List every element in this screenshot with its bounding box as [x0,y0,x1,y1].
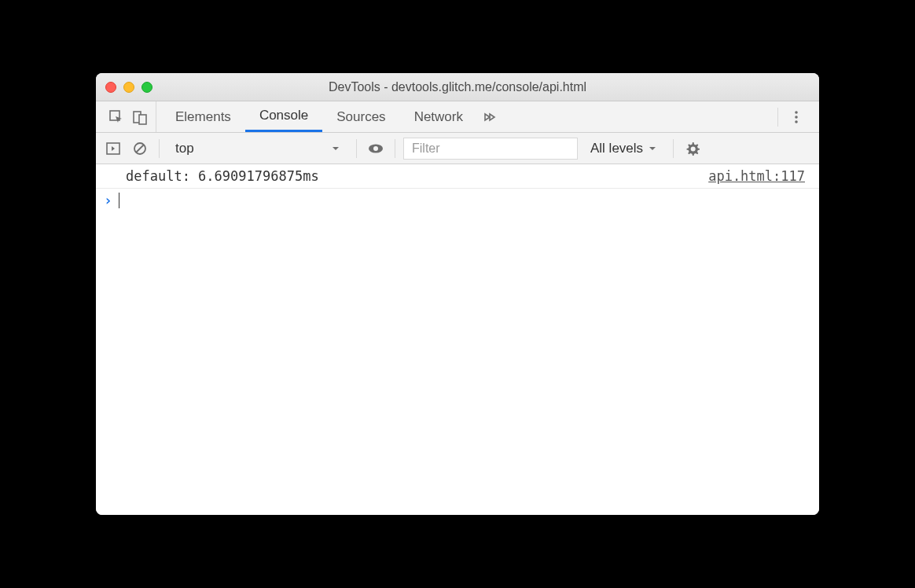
svg-point-4 [795,116,798,119]
tabs: Elements Console Sources Network [156,101,768,132]
toggle-sidebar-icon[interactable] [102,138,124,160]
console-filterbar: top All levels [96,133,819,164]
svg-point-5 [795,120,798,123]
inspect-element-icon[interactable] [108,109,124,125]
tab-console[interactable]: Console [245,101,322,132]
traffic-lights [105,82,152,93]
divider [673,139,674,158]
close-button[interactable] [105,82,116,93]
device-toolbar-icon[interactable] [132,109,148,125]
console-output: default: 6.69091796875ms api.html:117 › [96,164,819,515]
window-title: DevTools - devtools.glitch.me/console/ap… [105,80,810,94]
devtools-window: DevTools - devtools.glitch.me/console/ap… [96,73,819,515]
tabs-overflow-button[interactable] [477,101,501,132]
prompt-caret-icon: › [104,192,112,208]
log-message: default: 6.69091796875ms [126,168,319,184]
levels-label: All levels [590,141,643,156]
dropdown-caret-icon [648,144,657,153]
divider [395,139,395,158]
titlebar: DevTools - devtools.glitch.me/console/ap… [96,73,819,101]
svg-point-3 [795,111,798,114]
divider [356,139,357,158]
context-selector[interactable]: top [167,138,348,160]
tab-elements[interactable]: Elements [161,101,245,132]
divider [777,108,778,127]
divider [159,139,160,158]
minimize-button[interactable] [123,82,134,93]
log-levels-selector[interactable]: All levels [582,141,665,156]
svg-point-11 [691,146,696,151]
clear-console-icon[interactable] [129,138,151,160]
log-source-link[interactable]: api.html:117 [708,168,805,184]
log-entry: default: 6.69091796875ms api.html:117 [96,164,819,189]
svg-line-8 [136,145,144,153]
tabbar-right [768,101,814,132]
text-cursor [119,193,119,208]
maximize-button[interactable] [141,82,152,93]
context-value: top [175,141,194,156]
tabbar-left-icons [101,101,156,132]
console-prompt[interactable]: › [96,189,819,211]
more-options-button[interactable] [785,101,808,132]
svg-rect-2 [139,115,146,124]
tabbar: Elements Console Sources Network [96,101,819,133]
live-expression-icon[interactable] [365,138,387,160]
svg-point-10 [373,146,378,151]
dropdown-caret-icon [331,144,340,153]
console-settings-icon[interactable] [682,138,704,160]
filter-input[interactable] [403,138,578,160]
tab-network[interactable]: Network [400,101,477,132]
tab-sources[interactable]: Sources [322,101,399,132]
